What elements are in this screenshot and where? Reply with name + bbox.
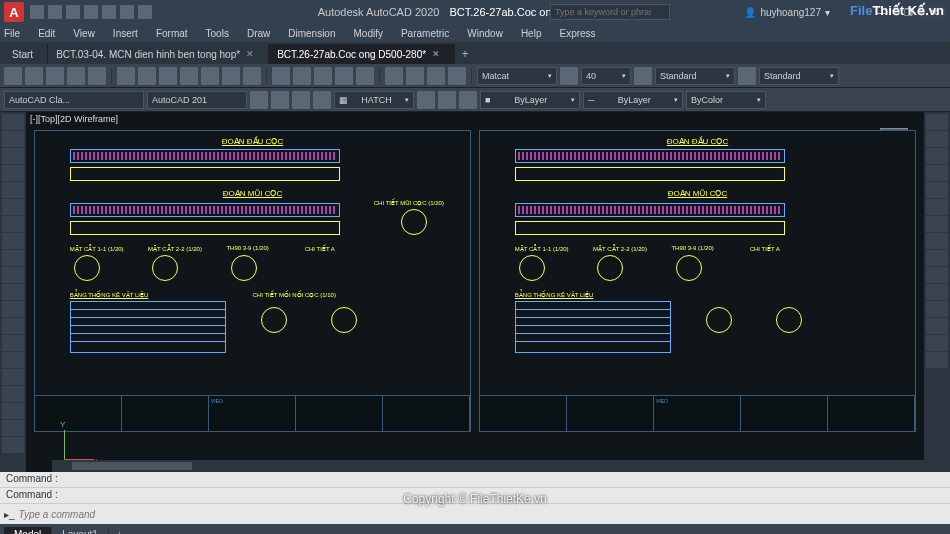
tool-icon[interactable]	[926, 284, 948, 300]
tool-icon[interactable]	[926, 148, 948, 164]
search-input[interactable]	[550, 4, 670, 20]
tool-icon[interactable]	[926, 165, 948, 181]
tool-icon[interactable]	[385, 67, 403, 85]
tool-icon[interactable]	[926, 352, 948, 368]
undo-icon[interactable]	[120, 5, 134, 19]
lineweight-dropdown[interactable]: 40▾	[581, 67, 631, 85]
scale-icon[interactable]	[2, 335, 24, 351]
add-layout-button[interactable]: +	[109, 527, 131, 535]
tool-icon[interactable]	[271, 91, 289, 109]
tab-doc1[interactable]: BCT.03-04. MCN dien hinh ben tong hop*✕	[48, 44, 269, 64]
tool-icon[interactable]	[314, 67, 332, 85]
new-icon[interactable]	[30, 5, 44, 19]
tool-icon[interactable]	[417, 91, 435, 109]
tool-icon[interactable]	[427, 67, 445, 85]
tool-icon[interactable]	[117, 67, 135, 85]
tool-icon[interactable]	[406, 67, 424, 85]
add-tab-button[interactable]: +	[455, 44, 475, 64]
tool-icon[interactable]	[222, 67, 240, 85]
ellipse-icon[interactable]	[2, 199, 24, 215]
tool-icon[interactable]	[159, 67, 177, 85]
menu-parametric[interactable]: Parametric	[401, 28, 449, 39]
array-icon[interactable]	[2, 420, 24, 436]
menu-express[interactable]: Express	[559, 28, 595, 39]
close-icon[interactable]: ✕	[246, 49, 254, 59]
tool-icon[interactable]	[293, 67, 311, 85]
copy-icon[interactable]	[2, 284, 24, 300]
rotate-icon[interactable]	[2, 301, 24, 317]
menu-view[interactable]: View	[73, 28, 95, 39]
drawing-canvas[interactable]: [-][Top][2D Wireframe] TOP ĐOẠN ĐẦU CỌC …	[26, 112, 950, 472]
rectangle-icon[interactable]	[2, 182, 24, 198]
tool-icon[interactable]	[926, 233, 948, 249]
style-dropdown-1[interactable]: AutoCAD Cla...	[4, 91, 144, 109]
menu-tools[interactable]: Tools	[206, 28, 229, 39]
tool-icon[interactable]	[634, 67, 652, 85]
trim-icon[interactable]	[2, 352, 24, 368]
tool-icon[interactable]	[738, 67, 756, 85]
dimension-icon[interactable]	[2, 250, 24, 266]
tool-icon[interactable]	[313, 91, 331, 109]
horizontal-scrollbar[interactable]	[52, 460, 924, 472]
tool-icon[interactable]	[926, 216, 948, 232]
extend-icon[interactable]	[2, 369, 24, 385]
tool-icon[interactable]	[272, 67, 290, 85]
tool-icon[interactable]	[926, 335, 948, 351]
viewport-label[interactable]: [-][Top][2D Wireframe]	[30, 114, 118, 124]
tool-icon[interactable]	[926, 318, 948, 334]
tool-icon[interactable]	[25, 67, 43, 85]
menu-window[interactable]: Window	[467, 28, 503, 39]
tool-icon[interactable]	[138, 67, 156, 85]
tool-icon[interactable]	[67, 67, 85, 85]
tool-icon[interactable]	[560, 67, 578, 85]
color-dropdown[interactable]: ■ ByLayer▾	[480, 91, 580, 109]
polyline-icon[interactable]	[2, 131, 24, 147]
plot-icon[interactable]	[102, 5, 116, 19]
hatch-icon[interactable]	[2, 216, 24, 232]
tool-icon[interactable]	[335, 67, 353, 85]
circle-icon[interactable]	[2, 148, 24, 164]
fillet-icon[interactable]	[2, 403, 24, 419]
tool-icon[interactable]	[926, 114, 948, 130]
offset-icon[interactable]	[2, 386, 24, 402]
dimstyle-dropdown[interactable]: Standard▾	[759, 67, 839, 85]
plotcolor-dropdown[interactable]: ByColor▾	[686, 91, 766, 109]
tool-icon[interactable]	[46, 67, 64, 85]
menu-file[interactable]: File	[4, 28, 20, 39]
tool-icon[interactable]	[926, 131, 948, 147]
erase-icon[interactable]	[2, 437, 24, 453]
command-input[interactable]	[19, 509, 946, 520]
tool-icon[interactable]	[459, 91, 477, 109]
textstyle-dropdown[interactable]: Standard▾	[655, 67, 735, 85]
linetype-dropdown[interactable]: ─ ByLayer▾	[583, 91, 683, 109]
menu-help[interactable]: Help	[521, 28, 542, 39]
text-icon[interactable]	[2, 233, 24, 249]
menu-edit[interactable]: Edit	[38, 28, 55, 39]
layout-tab-model[interactable]: Model	[4, 527, 52, 535]
ucs-icon[interactable]: Y X	[60, 422, 102, 464]
open-icon[interactable]	[48, 5, 62, 19]
tab-doc2[interactable]: BCT.26-27ab.Coc ong D500-280*✕	[269, 44, 455, 64]
menu-modify[interactable]: Modify	[354, 28, 383, 39]
save-icon[interactable]	[66, 5, 80, 19]
redo-icon[interactable]	[138, 5, 152, 19]
tool-icon[interactable]	[88, 67, 106, 85]
menu-draw[interactable]: Draw	[247, 28, 270, 39]
layout-tab-1[interactable]: Layout1	[52, 527, 109, 535]
tool-icon[interactable]	[448, 67, 466, 85]
app-logo[interactable]: A	[4, 2, 24, 22]
layer-dropdown[interactable]: Matcat▾	[477, 67, 557, 85]
user-menu[interactable]: 👤 huyhoang127 ▾	[744, 7, 830, 18]
tool-icon[interactable]	[926, 250, 948, 266]
tool-icon[interactable]	[926, 182, 948, 198]
tool-icon[interactable]	[180, 67, 198, 85]
tool-icon[interactable]	[438, 91, 456, 109]
close-icon[interactable]: ✕	[432, 49, 440, 59]
tool-icon[interactable]	[4, 67, 22, 85]
tool-icon[interactable]	[926, 199, 948, 215]
arc-icon[interactable]	[2, 165, 24, 181]
tool-icon[interactable]	[243, 67, 261, 85]
tool-icon[interactable]	[250, 91, 268, 109]
line-icon[interactable]	[2, 114, 24, 130]
menu-format[interactable]: Format	[156, 28, 188, 39]
